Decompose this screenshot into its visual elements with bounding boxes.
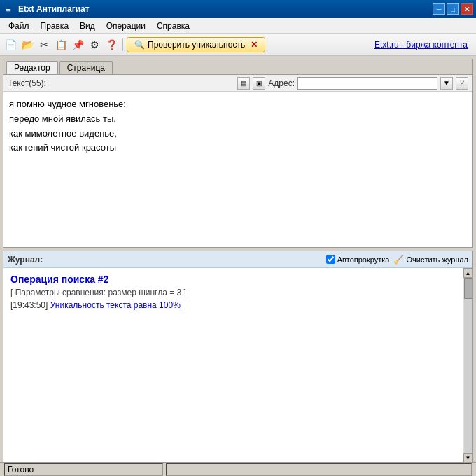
editor-toolbar-right: ▤ ▣ Адрес: ▼ ? [237, 77, 468, 90]
etxt-link[interactable]: Etxt.ru - биржа контента [374, 40, 473, 50]
clear-log-label: Очистить журнал [406, 255, 468, 264]
log-panel: Журнал: Автопрокрутка 🧹 Очистить журнал … [3, 251, 473, 473]
editor-icon-btn1[interactable]: ▤ [237, 77, 250, 90]
editor-panel: Редактор Страница Текст(55): ▤ ▣ Адрес: … [3, 59, 473, 248]
text-line-1: я помню чудное мгновенье: [9, 97, 467, 112]
text-line-4: как гений чистой красоты [9, 141, 467, 155]
toolbar-separator [122, 38, 123, 51]
log-result-time: [19:43:50] [10, 300, 48, 310]
help-icon-button[interactable]: ❓ [104, 37, 119, 52]
addr-label: Адрес: [268, 78, 295, 88]
minimize-button[interactable]: ─ [433, 4, 445, 15]
log-result: [19:43:50] Уникальность текста равна 100… [10, 300, 456, 310]
tab-bar: Редактор Страница [4, 59, 472, 75]
new-button[interactable]: 📄 [3, 37, 18, 52]
log-content: Операция поиска #2 [ Параметры сравнения… [4, 268, 463, 463]
app-title: Etxt Антиплагиат [18, 4, 433, 14]
app-icon: ≡ [3, 4, 14, 15]
status-bar: Готово [0, 462, 476, 476]
log-label: Журнал: [8, 255, 43, 265]
autoscroll-label: Автопрокрутка [337, 255, 390, 264]
info-icon-btn[interactable]: ? [456, 77, 468, 90]
addr-input[interactable] [298, 77, 438, 90]
close-button[interactable]: ✕ [461, 4, 473, 15]
cancel-icon: ✕ [251, 40, 258, 50]
log-op-title: Операция поиска #2 [10, 274, 456, 285]
menu-bar: Файл Правка Вид Операции Справка [0, 18, 476, 34]
text-editor[interactable]: я помню чудное мгновенье: передо мной яв… [4, 92, 472, 247]
check-unique-label: Проверить уникальность [148, 40, 245, 50]
autoscroll-checkbox[interactable] [326, 255, 335, 264]
main-area: Редактор Страница Текст(55): ▤ ▣ Адрес: … [0, 56, 476, 476]
settings-button[interactable]: ⚙ [87, 37, 102, 52]
log-result-link[interactable]: Уникальность текста равна 100% [50, 300, 181, 310]
cut-button[interactable]: ✂ [36, 37, 52, 52]
check-unique-button[interactable]: 🔍 Проверить уникальность ✕ [127, 37, 265, 52]
menu-edit[interactable]: Правка [35, 20, 75, 32]
paste-button[interactable]: 📌 [70, 37, 85, 52]
status-text: Готово [4, 463, 163, 476]
vertical-scrollbar[interactable]: ▲ ▼ [463, 268, 472, 463]
copy-button[interactable]: 📋 [53, 37, 69, 52]
log-toolbar: Журнал: Автопрокрутка 🧹 Очистить журнал [4, 251, 472, 268]
toolbar: 📄 📂 ✂ 📋 📌 ⚙ ❓ 🔍 Проверить уникальность ✕… [0, 34, 476, 56]
log-params: [ Параметры сравнения: размер шингла = 3… [10, 288, 456, 298]
scroll-down-arrow[interactable]: ▼ [463, 453, 473, 463]
menu-help[interactable]: Справка [151, 20, 195, 32]
scroll-thumb[interactable] [464, 278, 472, 299]
log-body: Операция поиска #2 [ Параметры сравнения… [4, 268, 472, 463]
editor-toolbar: Текст(55): ▤ ▣ Адрес: ▼ ? [4, 75, 472, 92]
text-label: Текст(55): [8, 78, 46, 88]
open-button[interactable]: 📂 [20, 37, 35, 52]
window-controls: ─ □ ✕ [433, 4, 473, 15]
text-line-3: как мимолетное виденье, [9, 127, 467, 141]
tab-editor[interactable]: Редактор [6, 61, 58, 74]
broom-icon: 🧹 [393, 255, 404, 265]
status-right [166, 463, 472, 476]
scroll-up-arrow[interactable]: ▲ [463, 268, 473, 278]
tab-page[interactable]: Страница [59, 61, 113, 74]
scroll-track [464, 278, 472, 453]
title-bar: ≡ Etxt Антиплагиат ─ □ ✕ [0, 0, 476, 18]
search-icon: 🔍 [134, 40, 145, 50]
log-toolbar-right: Автопрокрутка 🧹 Очистить журнал [326, 255, 468, 265]
menu-view[interactable]: Вид [74, 20, 101, 32]
filter-icon-btn[interactable]: ▼ [440, 77, 453, 90]
clear-log-wrap[interactable]: 🧹 Очистить журнал [393, 255, 468, 265]
text-line-2: передо мной явилась ты, [9, 112, 467, 127]
autoscroll-wrap: Автопрокрутка [326, 255, 390, 264]
menu-file[interactable]: Файл [3, 20, 35, 32]
maximize-button[interactable]: □ [447, 4, 459, 15]
editor-icon-btn2[interactable]: ▣ [253, 77, 265, 90]
menu-operations[interactable]: Операции [101, 20, 151, 32]
